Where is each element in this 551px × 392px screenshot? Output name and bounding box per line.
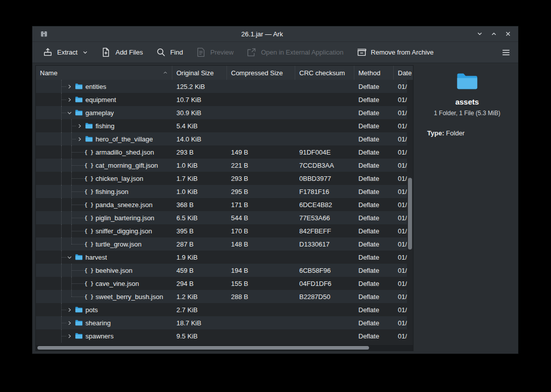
table-row[interactable]: { }chicken_lay.json1.7 KiB293 B0BBD3977D… bbox=[36, 172, 407, 185]
name-cell: { }sweet_berry_bush.json bbox=[36, 292, 172, 301]
entry-name: shearing bbox=[84, 319, 111, 327]
cell-original: 125.2 KiB bbox=[172, 83, 227, 90]
cell-compressed: 293 B bbox=[227, 175, 295, 182]
expand-arrow-icon[interactable] bbox=[75, 134, 84, 143]
table-row[interactable]: entities125.2 KiBDeflate01/ bbox=[36, 80, 407, 93]
folder-icon bbox=[74, 331, 84, 340]
name-cell: hero_of_the_village bbox=[36, 134, 172, 143]
name-cell: gameplay bbox=[36, 108, 172, 117]
name-cell: equipment bbox=[36, 95, 172, 104]
entry-name: cave_vine.json bbox=[94, 280, 139, 287]
json-file-icon: { } bbox=[84, 279, 94, 288]
folder-icon bbox=[74, 82, 84, 91]
horizontal-scrollbar[interactable] bbox=[36, 345, 413, 351]
vertical-scrollbar-thumb[interactable] bbox=[408, 178, 412, 250]
column-header-date[interactable]: Date bbox=[394, 66, 413, 80]
cell-compressed: 288 B bbox=[227, 293, 295, 301]
column-header-crc-checksum[interactable]: CRC checksum bbox=[295, 66, 354, 80]
name-cell: { }armadillo_shed.json bbox=[36, 148, 172, 157]
entry-name: fishing.json bbox=[94, 188, 128, 195]
table-row[interactable]: { }fishing.json1.0 KiB295 BF1781F16Defla… bbox=[36, 185, 407, 198]
table-row[interactable]: spawners9.5 KiBDeflate01/ bbox=[36, 329, 407, 342]
column-header-name[interactable]: Name bbox=[36, 66, 172, 80]
json-file-icon: { } bbox=[84, 226, 94, 235]
cell-crc: 04FD1DF6 bbox=[295, 280, 354, 287]
horizontal-scrollbar-thumb[interactable] bbox=[37, 346, 369, 350]
table-row[interactable]: { }panda_sneeze.json368 B171 B6DCE4B82De… bbox=[36, 198, 407, 211]
cell-original: 459 B bbox=[172, 267, 227, 274]
table-row[interactable]: fishing5.4 KiBDeflate01/ bbox=[36, 119, 407, 132]
cell-date: 01/ bbox=[394, 162, 407, 169]
entry-name: equipment bbox=[84, 96, 116, 104]
cell-compressed: 155 B bbox=[227, 280, 295, 287]
json-file-icon: { } bbox=[84, 292, 94, 301]
entry-name: cat_morning_gift.json bbox=[94, 162, 158, 169]
close-icon[interactable] bbox=[504, 30, 512, 38]
shade-icon[interactable] bbox=[476, 30, 484, 38]
vertical-scrollbar[interactable] bbox=[407, 80, 413, 345]
entry-name: armadillo_shed.json bbox=[94, 149, 154, 156]
cell-method: Deflate bbox=[354, 188, 394, 195]
find-button[interactable]: Find bbox=[156, 47, 183, 58]
entry-name: sniffer_digging.json bbox=[94, 227, 152, 235]
table-row[interactable]: pots2.7 KiBDeflate01/ bbox=[36, 303, 407, 316]
name-cell: spawners bbox=[36, 331, 172, 340]
cell-method: Deflate bbox=[354, 201, 394, 209]
name-cell: { }sniffer_digging.json bbox=[36, 226, 172, 235]
expand-arrow-icon[interactable] bbox=[75, 121, 84, 130]
table-row[interactable]: { }piglin_bartering.json6.5 KiB544 B77E5… bbox=[36, 211, 407, 224]
remove-from-archive-icon bbox=[356, 47, 367, 58]
column-header-label: Method bbox=[358, 69, 380, 77]
add-files-icon bbox=[101, 47, 111, 58]
table-row[interactable]: { }turtle_grow.json287 B148 BD1330617Def… bbox=[36, 237, 407, 251]
table-row[interactable]: { }cat_morning_gift.json1.0 KiB221 B7CCD… bbox=[36, 159, 407, 172]
extract-label: Extract bbox=[57, 48, 77, 56]
entry-name: harvest bbox=[84, 254, 107, 261]
column-header-method[interactable]: Method bbox=[354, 66, 394, 80]
table-row[interactable]: harvest1.9 KiBDeflate01/ bbox=[36, 251, 407, 264]
cell-date: 01/ bbox=[394, 201, 407, 209]
table-row[interactable]: equipment10.7 KiBDeflate01/ bbox=[36, 93, 407, 106]
cell-crc: 77E53A66 bbox=[295, 214, 354, 222]
entry-name: hero_of_the_village bbox=[94, 135, 153, 143]
table-row[interactable]: hero_of_the_village14.0 KiBDeflate01/ bbox=[36, 132, 407, 145]
hamburger-menu-icon[interactable] bbox=[501, 47, 511, 58]
cell-compressed: 171 B bbox=[227, 201, 295, 209]
remove-from-archive-button[interactable]: Remove from Archive bbox=[356, 47, 434, 58]
entry-name: gameplay bbox=[84, 109, 114, 117]
json-file-icon: { } bbox=[84, 213, 94, 222]
cell-original: 2.7 KiB bbox=[172, 306, 227, 314]
json-file-icon: { } bbox=[84, 174, 94, 183]
cell-original: 287 B bbox=[172, 240, 227, 248]
cell-original: 9.5 KiB bbox=[172, 332, 227, 340]
window-controls bbox=[476, 30, 512, 38]
cell-original: 1.0 KiB bbox=[172, 188, 227, 195]
json-file-icon: { } bbox=[84, 266, 94, 275]
entry-name: turtle_grow.json bbox=[94, 240, 142, 248]
info-panel: assets 1 Folder, 1 File (5.3 MiB) Type: … bbox=[418, 65, 517, 351]
cell-date: 01/ bbox=[394, 135, 407, 143]
table-row[interactable]: { }sweet_berry_bush.json1.2 KiB288 BB228… bbox=[36, 290, 407, 303]
titlebar[interactable]: 26.1.jar — Ark bbox=[32, 26, 518, 42]
name-cell: shearing bbox=[36, 318, 172, 327]
table-row[interactable]: { }beehive.json459 B194 B6CB58F96Deflate… bbox=[36, 264, 407, 277]
table-body: entities125.2 KiBDeflate01/equipment10.7… bbox=[36, 80, 407, 345]
table-row[interactable]: gameplay30.9 KiBDeflate01/ bbox=[36, 106, 407, 119]
json-file-icon: { } bbox=[84, 239, 94, 249]
cell-compressed: 170 B bbox=[227, 227, 295, 235]
cell-date: 01/ bbox=[394, 149, 407, 156]
name-cell: { }fishing.json bbox=[36, 187, 172, 196]
table-row[interactable]: shearing18.7 KiBDeflate01/ bbox=[36, 316, 407, 329]
column-header-label: Compressed Size bbox=[231, 69, 283, 77]
column-header-original-size[interactable]: Original Size bbox=[172, 66, 227, 80]
table-row[interactable]: { }cave_vine.json294 B155 B04FD1DF6Defla… bbox=[36, 277, 407, 290]
cell-compressed: 544 B bbox=[227, 214, 295, 222]
extract-button[interactable]: Extract bbox=[42, 47, 88, 58]
table-row[interactable]: { }armadillo_shed.json293 B149 B91DF004E… bbox=[36, 145, 407, 159]
column-header-label: Date bbox=[398, 69, 411, 77]
type-label: Type: bbox=[427, 129, 444, 137]
add-files-button[interactable]: Add Files bbox=[101, 47, 143, 58]
table-row[interactable]: { }sniffer_digging.json395 B170 B842FBEF… bbox=[36, 224, 407, 237]
maximize-icon[interactable] bbox=[490, 30, 498, 38]
column-header-compressed-size[interactable]: Compressed Size bbox=[227, 66, 295, 80]
